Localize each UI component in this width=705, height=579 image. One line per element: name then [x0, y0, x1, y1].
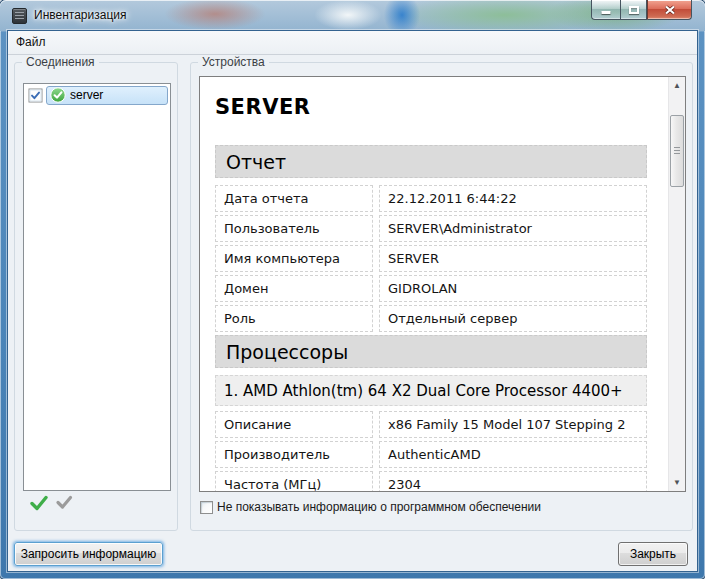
device-report-view[interactable]: SERVER ОтчетДата отчета22.12.2011 6:44:2… [199, 76, 686, 492]
table-row: Дата отчета22.12.2011 6:44:22 [215, 185, 647, 212]
row-label: Частота (МГц) [215, 471, 373, 491]
menubar: Файл [8, 31, 697, 55]
row-value: 22.12.2011 6:44:22 [379, 185, 647, 212]
table-row: Описаниеx86 Family 15 Model 107 Stepping… [215, 411, 647, 438]
client-area: Файл Соединения [8, 31, 697, 571]
devices-group-label: Устройства [198, 55, 269, 69]
table-row: Частота (МГц)2304 [215, 471, 647, 491]
row-label: Домен [215, 275, 373, 302]
maximize-button[interactable] [620, 0, 647, 20]
hide-software-checkbox[interactable]: Не показывать информацию о программном о… [200, 500, 541, 514]
app-icon [12, 8, 27, 24]
table-row: ПользовательSERVER\Administrator [215, 215, 647, 242]
uncheck-all-button[interactable] [55, 494, 73, 512]
row-value: SERVER [379, 245, 647, 272]
row-value: Отдельный сервер [379, 305, 647, 332]
row-value: AuthenticAMD [379, 441, 647, 468]
report-scrollbar[interactable]: ▲ ▼ [668, 77, 685, 491]
scrollbar-thumb[interactable] [670, 115, 684, 187]
connection-item-server[interactable]: server [24, 84, 170, 105]
report-content: SERVER ОтчетДата отчета22.12.2011 6:44:2… [200, 77, 668, 491]
connections-panel: Соединения [14, 62, 178, 531]
row-label: Имя компьютера [215, 245, 373, 272]
row-label: Дата отчета [215, 185, 373, 212]
window-controls [591, 0, 692, 20]
close-dialog-button[interactable]: Закрыть [618, 542, 688, 566]
list-toolbar [29, 494, 73, 512]
hide-software-label: Не показывать информацию о программном о… [217, 500, 541, 514]
row-label: Описание [215, 411, 373, 438]
check-all-button[interactable] [29, 494, 49, 512]
table-row: Имя компьютераSERVER [215, 245, 647, 272]
titlebar[interactable]: Инвентаризация [0, 0, 705, 31]
row-label: Роль [215, 305, 373, 332]
app-window: Инвентаризация Файл Сое [0, 0, 705, 579]
table-row: ДоменGIDROLAN [215, 275, 647, 302]
report-section-heading: Процессоры [215, 335, 647, 368]
report-title: SERVER [215, 95, 668, 119]
menu-file[interactable]: Файл [8, 31, 54, 54]
checkbox-box-icon[interactable] [200, 501, 213, 514]
close-button[interactable] [647, 0, 692, 20]
online-status-icon [50, 87, 66, 103]
connections-group-label: Соединения [22, 55, 99, 69]
connection-label: server [70, 88, 103, 102]
row-value: x86 Family 15 Model 107 Stepping 2 [379, 411, 647, 438]
scroll-up-icon[interactable]: ▲ [669, 77, 685, 94]
table-row: РольОтдельный сервер [215, 305, 647, 332]
row-value: 2304 [379, 471, 647, 491]
table-row: ПроизводительAuthenticAMD [215, 441, 647, 468]
row-label: Пользователь [215, 215, 373, 242]
report-section-heading: Отчет [215, 145, 647, 178]
window-title: Инвентаризация [34, 8, 126, 22]
row-label: Производитель [215, 441, 373, 468]
selected-item-highlight: server [46, 86, 168, 105]
report-subsection-heading: 1. AMD Athlon(tm) 64 X2 Dual Core Proces… [215, 375, 647, 406]
close-icon [664, 5, 675, 14]
row-value: GIDROLAN [379, 275, 647, 302]
scroll-down-icon[interactable]: ▼ [669, 474, 685, 491]
minimize-button[interactable] [591, 0, 620, 20]
connections-list[interactable]: server [23, 83, 171, 491]
minimize-icon [602, 11, 611, 14]
request-info-button[interactable]: Запросить информацию [14, 542, 163, 566]
connection-checkbox[interactable] [28, 88, 43, 103]
devices-panel: Устройства SERVER ОтчетДата отчета22.12.… [190, 62, 693, 531]
row-value: SERVER\Administrator [379, 215, 647, 242]
maximize-icon [629, 6, 639, 14]
